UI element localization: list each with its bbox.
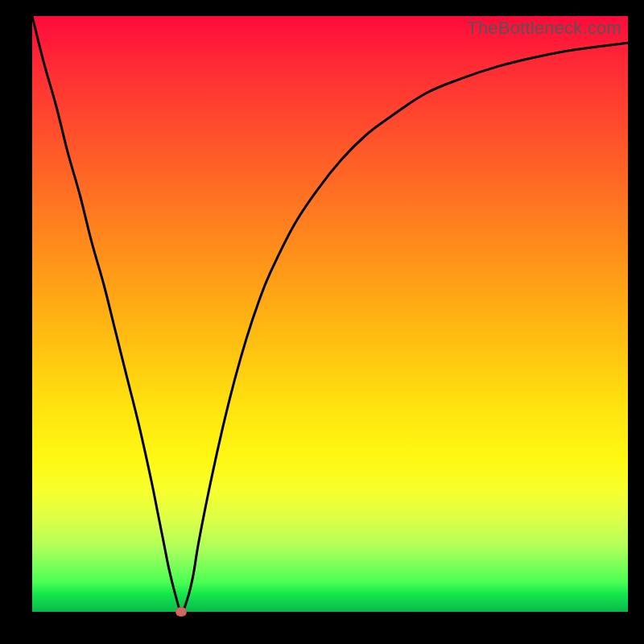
curve-path xyxy=(32,16,628,612)
bottleneck-curve xyxy=(32,16,628,612)
plot-area: TheBottleneck.com xyxy=(32,16,628,612)
minimum-marker xyxy=(175,607,187,617)
chart-frame: TheBottleneck.com xyxy=(0,0,644,644)
